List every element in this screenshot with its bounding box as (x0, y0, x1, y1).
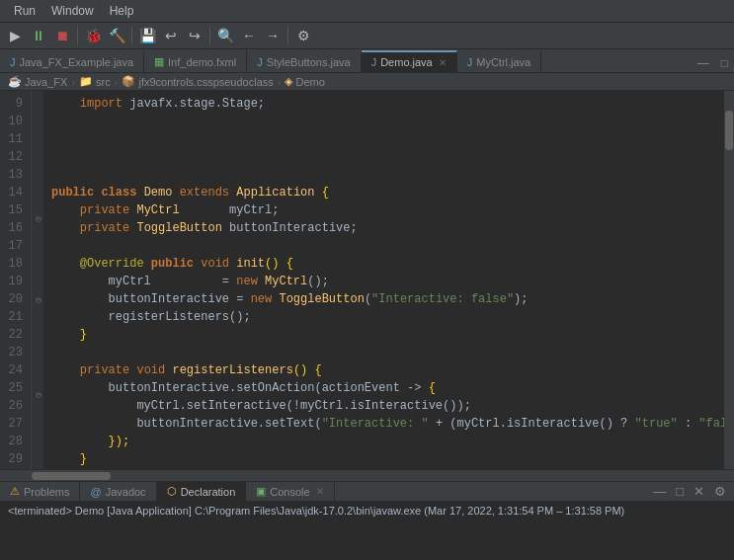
gutter: ⊖⊖⊖ (32, 91, 43, 469)
console-output: <terminated> Demo [Java Application] C:\… (8, 505, 624, 517)
gutter-row (32, 307, 43, 321)
code-line: myCtrl = new MyCtrl(); (51, 273, 716, 290)
code-line: private ToggleButton buttonInteractive; (51, 219, 716, 237)
problems-icon: ⚠ (10, 485, 20, 498)
gutter-row (32, 226, 43, 240)
menu-run[interactable]: Run (6, 2, 43, 20)
toolbar-btn-settings[interactable]: ⚙ (292, 25, 314, 46)
breadcrumb-package-icon: 📦 (122, 75, 135, 88)
menu-help[interactable]: Help (102, 2, 142, 20)
gutter-row (32, 105, 43, 119)
bottom-panel-maximize[interactable]: □ (672, 482, 688, 501)
toolbar-separator-4 (287, 27, 288, 44)
line-number: 23 (4, 344, 23, 361)
style-buttons-tab-icon: J (257, 56, 263, 68)
gutter-row (32, 360, 43, 374)
bottom-tab-problems[interactable]: ⚠ Problems (0, 482, 80, 501)
code-line: buttonInteractive = new ToggleButton("In… (51, 290, 716, 308)
gutter-row (32, 267, 43, 280)
toolbar-separator-1 (77, 27, 78, 44)
line-number: 26 (4, 397, 23, 415)
tab-demo-label: Demo.java (380, 56, 433, 68)
tabs-minimize[interactable]: — (692, 54, 715, 72)
gutter-row (32, 374, 43, 388)
bottom-tab-javadoc[interactable]: @ Javadoc (80, 483, 156, 501)
code-editor: 9101112131415161718192021222324252627282… (0, 91, 734, 469)
tab-java-fx-label: Java_FX_Example.java (20, 56, 134, 68)
console-close[interactable]: ✕ (316, 486, 324, 497)
line-number: 18 (4, 255, 23, 273)
tab-demo[interactable]: J Demo.java ✕ (362, 50, 457, 72)
bottom-tab-declaration[interactable]: ⬡ Declaration (157, 482, 247, 501)
toolbar-btn-search[interactable]: 🔍 (214, 25, 236, 46)
vertical-scrollbar[interactable] (724, 91, 734, 469)
breadcrumb-class[interactable]: ◈ Demo (285, 75, 324, 88)
code-line: buttonInteractive.setText("Interactive: … (51, 415, 716, 433)
gutter-row (32, 158, 43, 172)
tab-inf-demo[interactable]: ▦ Inf_demo.fxml (144, 49, 247, 72)
toolbar-btn-save[interactable]: 💾 (136, 25, 158, 46)
code-scroll-area[interactable]: import javafx.stage.Stage; public class … (43, 91, 724, 469)
breadcrumb-sep-3: › (278, 76, 282, 88)
toolbar-btn-redo[interactable]: ↪ (184, 25, 205, 46)
code-line: } (51, 450, 716, 468)
gutter-row[interactable]: ⊖ (32, 212, 43, 226)
hscroll-thumb[interactable] (32, 472, 111, 480)
bottom-panel-settings[interactable]: ⚙ (710, 482, 730, 501)
gutter-row (32, 145, 43, 159)
gutter-row (32, 91, 43, 105)
tab-myctrl-label: MyCtrl.java (476, 56, 530, 68)
scrollbar-thumb[interactable] (725, 111, 733, 150)
line-number: 20 (4, 290, 23, 308)
gutter-row (32, 253, 43, 267)
bottom-panel-close[interactable]: ✕ (690, 482, 708, 501)
myctrl-tab-icon: J (467, 56, 473, 68)
bottom-tabs: ⚠ Problems @ Javadoc ⬡ Declaration ▣ Con… (0, 482, 734, 502)
toolbar-btn-stop[interactable]: ⏹ (51, 25, 73, 46)
breadcrumb-src[interactable]: 📁 src (79, 75, 111, 88)
menu-window[interactable]: Window (43, 2, 102, 20)
gutter-row (32, 131, 43, 145)
toolbar-btn-run[interactable]: ▶ (4, 25, 26, 46)
code-line (51, 130, 716, 148)
toolbar-btn-forward[interactable]: → (262, 25, 284, 46)
tab-demo-close[interactable]: ✕ (439, 57, 447, 68)
code-content[interactable]: import javafx.stage.Stage; public class … (43, 91, 724, 469)
code-line: public class Demo extends Application { (51, 184, 716, 201)
breadcrumb-package[interactable]: 📦 jfx9controls.csspseudoclass (122, 75, 273, 88)
tabs-maximize[interactable]: □ (715, 54, 734, 72)
gutter-row (32, 186, 43, 200)
breadcrumb-sep-1: › (71, 76, 75, 88)
line-numbers: 9101112131415161718192021222324252627282… (0, 91, 32, 469)
toolbar-btn-build[interactable]: 🔨 (106, 25, 127, 46)
line-number: 28 (4, 433, 23, 450)
tab-myctrl[interactable]: J MyCtrl.java (457, 50, 542, 72)
gutter-row (32, 401, 43, 415)
bottom-tab-console[interactable]: ▣ Console ✕ (246, 482, 334, 501)
toolbar-btn-back[interactable]: ← (238, 25, 260, 46)
demo-tab-icon: J (371, 56, 377, 68)
tab-java-fx-example[interactable]: J Java_FX_Example.java (0, 50, 144, 72)
tab-style-buttons[interactable]: J StyleButtons.java (247, 50, 362, 72)
declaration-icon: ⬡ (167, 485, 177, 498)
declaration-label: Declaration (181, 486, 236, 498)
gutter-row[interactable]: ⊖ (32, 388, 43, 402)
horizontal-scrollbar[interactable] (0, 469, 734, 481)
java-fx-tab-icon: J (10, 56, 16, 68)
gutter-row (32, 429, 43, 442)
toolbar: ▶ ⏸ ⏹ 🐞 🔨 💾 ↩ ↪ 🔍 ← → ⚙ (0, 23, 734, 49)
line-number: 13 (4, 166, 23, 184)
toolbar-btn-debug[interactable]: 🐞 (82, 25, 104, 46)
code-line: import javafx.stage.Stage; (51, 95, 716, 113)
line-number: 12 (4, 148, 23, 166)
breadcrumb-java-fx[interactable]: ☕ Java_FX (8, 75, 67, 88)
code-line: buttonInteractive.setOnAction(actionEven… (51, 379, 716, 397)
bottom-panel-minimize[interactable]: — (649, 482, 670, 501)
toolbar-btn-undo[interactable]: ↩ (160, 25, 182, 46)
gutter-row (32, 280, 43, 293)
breadcrumb: ☕ Java_FX › 📁 src › 📦 jfx9controls.cssps… (0, 73, 734, 91)
toolbar-btn-pause[interactable]: ⏸ (28, 25, 49, 46)
line-number: 10 (4, 113, 23, 130)
gutter-row[interactable]: ⊖ (32, 293, 43, 307)
toolbar-separator-3 (209, 27, 210, 44)
